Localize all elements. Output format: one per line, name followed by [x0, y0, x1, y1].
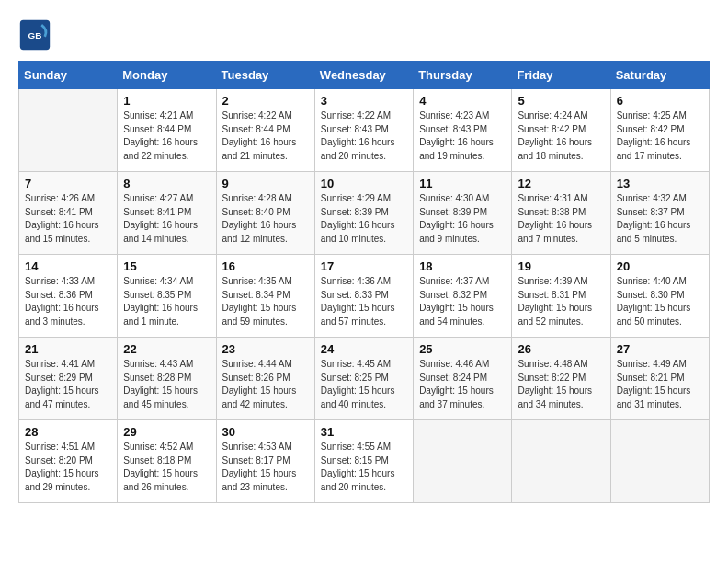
day-number: 9: [222, 177, 310, 190]
day-info: Sunrise: 4:22 AM Sunset: 8:43 PM Dayligh…: [321, 109, 408, 163]
calendar-cell: 18Sunrise: 4:37 AM Sunset: 8:32 PM Dayli…: [414, 255, 512, 338]
calendar-cell: 10Sunrise: 4:29 AM Sunset: 8:39 PM Dayli…: [314, 172, 413, 255]
day-number: 12: [518, 177, 605, 190]
calendar-cell: 24Sunrise: 4:45 AM Sunset: 8:25 PM Dayli…: [314, 338, 413, 420]
day-info: Sunrise: 4:31 AM Sunset: 8:38 PM Dayligh…: [518, 192, 605, 246]
calendar-cell: 13Sunrise: 4:32 AM Sunset: 8:37 PM Dayli…: [610, 172, 709, 255]
day-info: Sunrise: 4:27 AM Sunset: 8:41 PM Dayligh…: [123, 192, 210, 246]
calendar-week-row: 7Sunrise: 4:26 AM Sunset: 8:41 PM Daylig…: [19, 172, 710, 255]
calendar-week-row: 21Sunrise: 4:41 AM Sunset: 8:29 PM Dayli…: [19, 338, 710, 420]
calendar-cell: [610, 420, 709, 503]
calendar-cell: 16Sunrise: 4:35 AM Sunset: 8:34 PM Dayli…: [216, 255, 314, 338]
calendar-table: SundayMondayTuesdayWednesdayThursdayFrid…: [18, 61, 710, 503]
calendar-cell: 26Sunrise: 4:48 AM Sunset: 8:22 PM Dayli…: [512, 338, 610, 420]
day-info: Sunrise: 4:36 AM Sunset: 8:33 PM Dayligh…: [321, 275, 408, 328]
column-header-wednesday: Wednesday: [314, 62, 413, 89]
day-info: Sunrise: 4:45 AM Sunset: 8:25 PM Dayligh…: [321, 358, 408, 411]
day-number: 27: [617, 342, 704, 356]
calendar-cell: 6Sunrise: 4:25 AM Sunset: 8:42 PM Daylig…: [610, 89, 709, 172]
day-info: Sunrise: 4:39 AM Sunset: 8:31 PM Dayligh…: [518, 275, 605, 328]
day-number: 7: [25, 177, 112, 190]
day-number: 28: [25, 425, 112, 439]
day-number: 25: [419, 342, 506, 356]
calendar-cell: 25Sunrise: 4:46 AM Sunset: 8:24 PM Dayli…: [414, 338, 512, 420]
calendar-cell: [19, 89, 118, 172]
day-number: 15: [123, 259, 210, 273]
calendar-cell: 12Sunrise: 4:31 AM Sunset: 8:38 PM Dayli…: [512, 172, 610, 255]
day-info: Sunrise: 4:30 AM Sunset: 8:39 PM Dayligh…: [419, 192, 506, 246]
calendar-cell: [414, 420, 512, 503]
day-number: 23: [222, 342, 310, 356]
calendar-cell: 28Sunrise: 4:51 AM Sunset: 8:20 PM Dayli…: [19, 420, 118, 503]
day-number: 20: [617, 259, 704, 273]
day-number: 17: [321, 259, 408, 273]
day-info: Sunrise: 4:32 AM Sunset: 8:37 PM Dayligh…: [617, 192, 704, 246]
day-info: Sunrise: 4:40 AM Sunset: 8:30 PM Dayligh…: [617, 275, 704, 328]
day-info: Sunrise: 4:55 AM Sunset: 8:15 PM Dayligh…: [321, 441, 408, 494]
calendar-cell: 27Sunrise: 4:49 AM Sunset: 8:21 PM Dayli…: [610, 338, 709, 420]
calendar-cell: 20Sunrise: 4:40 AM Sunset: 8:30 PM Dayli…: [610, 255, 709, 338]
day-info: Sunrise: 4:52 AM Sunset: 8:18 PM Dayligh…: [123, 441, 210, 494]
calendar-cell: 31Sunrise: 4:55 AM Sunset: 8:15 PM Dayli…: [314, 420, 413, 503]
svg-text:GB: GB: [28, 30, 42, 40]
calendar-cell: 29Sunrise: 4:52 AM Sunset: 8:18 PM Dayli…: [118, 420, 216, 503]
day-number: 11: [419, 177, 506, 190]
calendar-cell: [512, 420, 610, 503]
day-number: 16: [222, 259, 310, 273]
day-number: 13: [617, 177, 704, 190]
day-number: 2: [222, 94, 310, 108]
calendar-cell: 5Sunrise: 4:24 AM Sunset: 8:42 PM Daylig…: [512, 89, 610, 172]
calendar-cell: 2Sunrise: 4:22 AM Sunset: 8:44 PM Daylig…: [216, 89, 314, 172]
day-info: Sunrise: 4:29 AM Sunset: 8:39 PM Dayligh…: [321, 192, 408, 246]
day-number: 5: [518, 94, 605, 108]
day-number: 22: [123, 342, 210, 356]
logo-icon: GB: [18, 18, 51, 52]
calendar-cell: 8Sunrise: 4:27 AM Sunset: 8:41 PM Daylig…: [118, 172, 216, 255]
day-info: Sunrise: 4:48 AM Sunset: 8:22 PM Dayligh…: [518, 358, 605, 411]
column-header-tuesday: Tuesday: [216, 62, 314, 89]
day-number: 21: [25, 342, 112, 356]
calendar-cell: 9Sunrise: 4:28 AM Sunset: 8:40 PM Daylig…: [216, 172, 314, 255]
day-info: Sunrise: 4:49 AM Sunset: 8:21 PM Dayligh…: [617, 358, 704, 411]
calendar-cell: 21Sunrise: 4:41 AM Sunset: 8:29 PM Dayli…: [19, 338, 118, 420]
calendar-week-row: 14Sunrise: 4:33 AM Sunset: 8:36 PM Dayli…: [19, 255, 710, 338]
column-header-saturday: Saturday: [610, 62, 709, 89]
calendar-cell: 17Sunrise: 4:36 AM Sunset: 8:33 PM Dayli…: [314, 255, 413, 338]
day-info: Sunrise: 4:33 AM Sunset: 8:36 PM Dayligh…: [25, 275, 112, 328]
day-number: 31: [321, 425, 408, 439]
column-header-sunday: Sunday: [19, 62, 118, 89]
day-info: Sunrise: 4:25 AM Sunset: 8:42 PM Dayligh…: [617, 109, 704, 163]
day-info: Sunrise: 4:43 AM Sunset: 8:28 PM Dayligh…: [123, 358, 210, 411]
day-info: Sunrise: 4:24 AM Sunset: 8:42 PM Dayligh…: [518, 109, 605, 163]
logo: GB: [18, 18, 55, 52]
calendar-cell: 14Sunrise: 4:33 AM Sunset: 8:36 PM Dayli…: [19, 255, 118, 338]
column-header-thursday: Thursday: [414, 62, 512, 89]
column-header-monday: Monday: [118, 62, 216, 89]
calendar-cell: 11Sunrise: 4:30 AM Sunset: 8:39 PM Dayli…: [414, 172, 512, 255]
day-info: Sunrise: 4:37 AM Sunset: 8:32 PM Dayligh…: [419, 275, 506, 328]
day-number: 1: [123, 94, 210, 108]
day-info: Sunrise: 4:23 AM Sunset: 8:43 PM Dayligh…: [419, 109, 506, 163]
day-info: Sunrise: 4:34 AM Sunset: 8:35 PM Dayligh…: [123, 275, 210, 328]
day-info: Sunrise: 4:44 AM Sunset: 8:26 PM Dayligh…: [222, 358, 310, 411]
day-number: 30: [222, 425, 310, 439]
calendar-header-row: SundayMondayTuesdayWednesdayThursdayFrid…: [19, 62, 710, 89]
day-number: 6: [617, 94, 704, 108]
column-header-friday: Friday: [512, 62, 610, 89]
day-number: 19: [518, 259, 605, 273]
day-info: Sunrise: 4:26 AM Sunset: 8:41 PM Dayligh…: [25, 192, 112, 246]
day-number: 3: [321, 94, 408, 108]
day-number: 14: [25, 259, 112, 273]
calendar-cell: 7Sunrise: 4:26 AM Sunset: 8:41 PM Daylig…: [19, 172, 118, 255]
day-number: 24: [321, 342, 408, 356]
day-info: Sunrise: 4:46 AM Sunset: 8:24 PM Dayligh…: [419, 358, 506, 411]
day-number: 29: [123, 425, 210, 439]
day-number: 4: [419, 94, 506, 108]
day-info: Sunrise: 4:53 AM Sunset: 8:17 PM Dayligh…: [222, 441, 310, 494]
day-info: Sunrise: 4:21 AM Sunset: 8:44 PM Dayligh…: [123, 109, 210, 163]
day-info: Sunrise: 4:35 AM Sunset: 8:34 PM Dayligh…: [222, 275, 310, 328]
day-number: 8: [123, 177, 210, 190]
calendar-cell: 19Sunrise: 4:39 AM Sunset: 8:31 PM Dayli…: [512, 255, 610, 338]
day-info: Sunrise: 4:51 AM Sunset: 8:20 PM Dayligh…: [25, 441, 112, 494]
calendar-cell: 22Sunrise: 4:43 AM Sunset: 8:28 PM Dayli…: [118, 338, 216, 420]
